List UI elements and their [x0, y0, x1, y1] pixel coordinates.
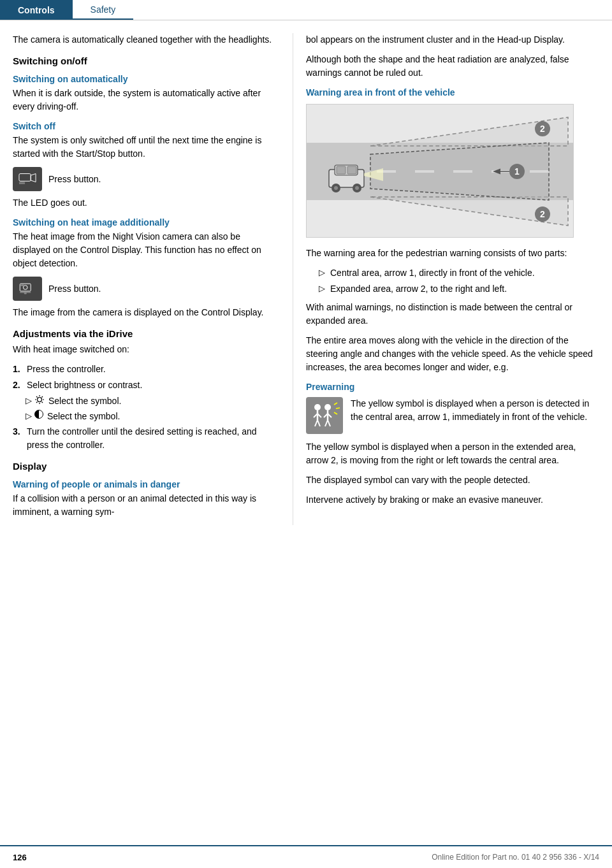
symbol-varies: The displayed symbol can vary with the p…: [306, 474, 599, 487]
heatimage-button-icon: [13, 277, 42, 301]
svg-line-55: [325, 420, 328, 426]
svg-text:2: 2: [540, 124, 545, 134]
diagram-bullet-2: ▷ Expanded area, arrow 2, to the right a…: [319, 282, 599, 296]
svg-point-51: [324, 404, 331, 410]
sublist-text-2: Select the symbol.: [47, 410, 120, 423]
arrow-icon-1: ▷: [26, 394, 32, 408]
subsection-switchoff-heading: Switch off: [13, 121, 280, 131]
list-text-1: Press the controller.: [27, 363, 106, 376]
auto-body: When it is dark outside, the system is a…: [13, 87, 280, 113]
circle-half-icon: [34, 410, 43, 419]
svg-line-58: [336, 408, 340, 409]
svg-point-36: [355, 186, 359, 190]
right-column: bol appears on the instrument cluster an…: [293, 33, 612, 525]
list-text-3: Turn the controller until the desired se…: [27, 425, 280, 452]
switchoff-button-row: Press button.: [13, 167, 280, 191]
list-item-1: 1. Press the controller.: [13, 363, 280, 376]
prewarning-heading: Prewarning: [306, 382, 599, 392]
svg-line-50: [317, 420, 320, 426]
switchoff-body: The system is only switched off until th…: [13, 134, 280, 161]
diagram-bullet-text-2: Expanded area, arrow 2, to the right and…: [330, 282, 507, 296]
warning-area-heading: Warning area in front of the vehicle: [306, 87, 599, 98]
list-num-3: 3.: [13, 425, 24, 452]
diagram-bullet-text-1: Central area, arrow 1, directly in front…: [330, 266, 535, 280]
false-warnings: Although both the shape and the heat rad…: [306, 53, 599, 80]
svg-point-35: [334, 186, 338, 190]
svg-line-14: [36, 396, 38, 398]
left-column: The camera is automatically cleaned toge…: [0, 33, 293, 525]
tab-controls[interactable]: Controls: [0, 0, 73, 20]
svg-rect-0: [19, 174, 31, 182]
section-display-heading: Display: [13, 461, 280, 472]
idrive-intro: With heat image switched on:: [13, 343, 280, 356]
heatimage-button-row: Press button.: [13, 277, 280, 301]
switchoff-button-icon: [13, 167, 42, 191]
led-text: The LED goes out.: [13, 196, 280, 210]
sublist-item-1: ▷ Select the symbol.: [26, 394, 280, 408]
warning-body: If a collision with a person or an anima…: [13, 492, 280, 519]
prewarning-text: The yellow symbol is displayed when a pe…: [351, 397, 599, 434]
svg-rect-32: [347, 166, 356, 174]
prewarning-icon: [306, 397, 343, 434]
list-text-2: Select brightness or contrast.: [27, 379, 142, 392]
sun-icon: [34, 394, 45, 405]
continued-text: bol appears on the instrument cluster an…: [306, 33, 599, 47]
warning-diagram: 1 2 2: [306, 104, 574, 238]
list-num-2: 2.: [13, 379, 24, 392]
svg-text:2: 2: [540, 209, 545, 219]
list-item-2: 2. Select brightness or contrast.: [13, 379, 280, 392]
svg-line-57: [334, 403, 337, 405]
footer-edition: Online Edition for Part no. 01 40 2 956 …: [432, 853, 599, 862]
switchoff-button-label: Press button.: [48, 174, 101, 184]
page-number: 126: [13, 853, 27, 862]
svg-text:1: 1: [514, 166, 520, 177]
svg-line-56: [328, 420, 330, 426]
svg-point-9: [38, 398, 42, 402]
intervene: Intervene actively by braking or make an…: [306, 493, 599, 507]
area-moves: The entire area moves along with the veh…: [306, 334, 599, 374]
svg-line-17: [36, 402, 38, 403]
diagram-svg: 1 2 2: [307, 105, 574, 238]
section-idrive-heading: Adjustments via the iDrive: [13, 328, 280, 339]
svg-rect-31: [337, 166, 346, 174]
heatimage-body: The heat image from the Night Vision cam…: [13, 230, 280, 270]
svg-line-15: [42, 402, 43, 403]
bullet-arrow-1: ▷: [319, 266, 328, 280]
heatimage-button-label: Press button.: [48, 284, 101, 294]
main-content: The camera is automatically cleaned toge…: [0, 20, 612, 525]
section-switching-heading: Switching on/off: [13, 55, 280, 66]
bullet-arrow-2: ▷: [319, 282, 328, 296]
svg-rect-8: [24, 292, 27, 294]
diagram-caption: The warning area for the pedestrian warn…: [306, 247, 599, 260]
svg-marker-1: [31, 174, 36, 182]
svg-line-16: [42, 396, 43, 398]
svg-rect-6: [21, 284, 24, 286]
subsection-auto-heading: Switching on automatically: [13, 74, 280, 84]
list-num-1: 1.: [13, 363, 24, 376]
heatimage-result: The image from the camera is displayed o…: [13, 306, 280, 319]
yellow-extended: The yellow symbol is displayed when a pe…: [306, 440, 599, 467]
header: Controls Safety: [0, 0, 612, 20]
subsection-heatimage-heading: Switching on heat image additionally: [13, 217, 280, 228]
svg-line-49: [315, 420, 317, 426]
svg-line-59: [334, 412, 337, 414]
list-item-3: 3. Turn the controller until the desired…: [13, 425, 280, 452]
intro-text: The camera is automatically cleaned toge…: [13, 33, 280, 47]
prewarning-row: The yellow symbol is displayed when a pe…: [306, 397, 599, 434]
sublist-item-2: ▷ Select the symbol.: [26, 410, 280, 423]
sublist-text-1: Select the symbol.: [48, 394, 121, 408]
animal-warnings: With animal warnings, no distinction is …: [306, 301, 599, 328]
arrow-icon-2: ▷: [26, 410, 32, 423]
tab-safety[interactable]: Safety: [73, 0, 134, 20]
svg-point-45: [314, 404, 321, 410]
subsection-warning-heading: Warning of people or animals in danger: [13, 479, 280, 489]
people-icon: [309, 400, 340, 431]
footer: 126 Online Edition for Part no. 01 40 2 …: [0, 845, 612, 868]
diagram-bullet-1: ▷ Central area, arrow 1, directly in fro…: [319, 266, 599, 280]
